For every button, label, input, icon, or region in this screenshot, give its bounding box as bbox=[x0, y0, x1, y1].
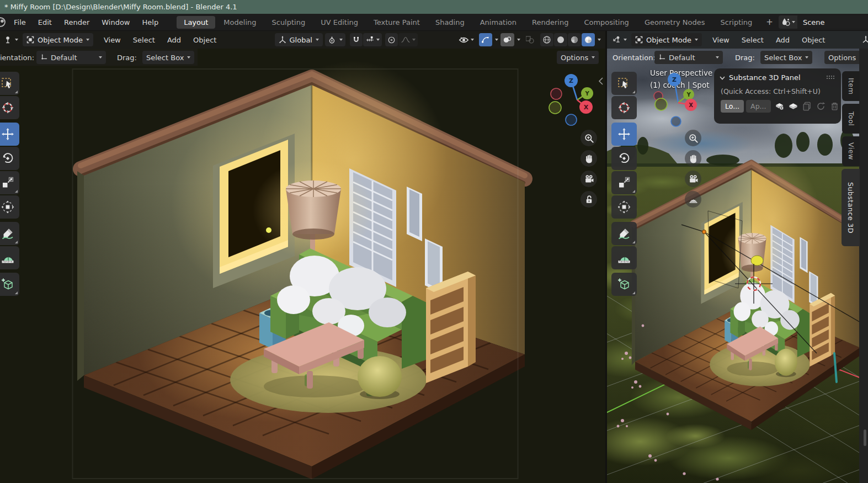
apply-material-button[interactable] bbox=[773, 100, 786, 113]
viewport-menu-object[interactable]: Object bbox=[796, 36, 831, 44]
tool-add-cube[interactable] bbox=[0, 273, 19, 296]
camera-view-button[interactable] bbox=[685, 171, 701, 187]
workspace-tab-geometry-nodes[interactable]: Geometry Nodes bbox=[637, 16, 712, 29]
panel-collapse-icon[interactable] bbox=[720, 76, 725, 80]
workspace-tab-texture-paint[interactable]: Texture Paint bbox=[366, 16, 427, 29]
transform-orientation[interactable]: Global bbox=[275, 33, 323, 46]
viewport-menu-view[interactable]: View bbox=[706, 36, 736, 44]
proportional-edit-toggle[interactable] bbox=[385, 33, 398, 46]
blender-logo-icon[interactable] bbox=[0, 16, 8, 28]
gizmos-toggle[interactable] bbox=[479, 33, 492, 46]
point-light[interactable] bbox=[266, 227, 271, 233]
tool-move[interactable] bbox=[611, 123, 637, 146]
pan-button[interactable] bbox=[581, 150, 597, 167]
panel-drag-handle[interactable] bbox=[827, 76, 835, 80]
options-dropdown[interactable]: Options bbox=[557, 51, 599, 64]
drag-dropdown[interactable]: Select Box bbox=[142, 51, 194, 64]
viewport-menu-add[interactable]: Add bbox=[770, 36, 796, 44]
visibility-dropdown[interactable] bbox=[456, 33, 476, 46]
lock-button[interactable] bbox=[581, 191, 597, 208]
tool-scale[interactable] bbox=[0, 171, 19, 194]
shading-rendered-button[interactable] bbox=[582, 33, 595, 46]
mode-selector[interactable]: Object Mode bbox=[631, 33, 702, 46]
viewport-divider[interactable] bbox=[605, 31, 607, 483]
workspace-tab-modeling[interactable]: Modeling bbox=[216, 16, 263, 29]
axis-negz[interactable] bbox=[671, 116, 681, 126]
axis-negy[interactable] bbox=[655, 98, 667, 110]
shading-dropdown[interactable] bbox=[595, 33, 603, 46]
viewport-left-3d-scene[interactable]: Z Y X bbox=[0, 49, 605, 483]
snap-toggle-button[interactable] bbox=[350, 33, 363, 46]
menu-window[interactable]: Window bbox=[95, 18, 136, 26]
snap-settings-button[interactable] bbox=[363, 33, 382, 46]
menu-help[interactable]: Help bbox=[136, 18, 165, 26]
viewport-menu-select[interactable]: Select bbox=[127, 36, 161, 44]
tool-annotate[interactable] bbox=[611, 222, 637, 245]
editor-type-button[interactable] bbox=[610, 33, 629, 46]
material-button[interactable] bbox=[787, 100, 800, 113]
workspace-tab-sculpting[interactable]: Sculpting bbox=[264, 16, 312, 29]
axis-negy[interactable] bbox=[549, 102, 561, 114]
viewport-menu-object[interactable]: Object bbox=[187, 36, 222, 44]
shading-wireframe-button[interactable] bbox=[540, 33, 553, 46]
editor-type-button[interactable] bbox=[2, 33, 20, 46]
orientation-dropdown[interactable]: Default bbox=[654, 51, 723, 64]
workspace-tab-layout[interactable]: Layout bbox=[177, 16, 215, 29]
zoom-button[interactable] bbox=[581, 130, 597, 146]
tool-transform[interactable] bbox=[0, 195, 19, 219]
drag-dropdown[interactable]: Select Box bbox=[760, 51, 812, 64]
transform-orientation[interactable] bbox=[861, 35, 868, 44]
gizmos-dropdown[interactable] bbox=[493, 33, 500, 46]
sidebar-tab-substance-3d[interactable]: Substance 3D bbox=[842, 169, 860, 246]
tool-scale[interactable] bbox=[611, 171, 637, 194]
falloff-dropdown[interactable] bbox=[398, 33, 418, 46]
workspace-tab-rendering[interactable]: Rendering bbox=[525, 16, 576, 29]
viewport-menu-view[interactable]: View bbox=[98, 36, 127, 44]
viewport-menu-select[interactable]: Select bbox=[736, 36, 770, 44]
ortho-toggle-button[interactable] bbox=[685, 191, 701, 208]
tool-cursor[interactable] bbox=[0, 96, 19, 119]
sidebar-tab-tool[interactable]: Tool bbox=[842, 104, 860, 134]
workspace-tab-shading[interactable]: Shading bbox=[428, 16, 472, 29]
zoom-button[interactable] bbox=[685, 130, 701, 146]
tool-select-box[interactable] bbox=[0, 72, 19, 95]
xray-toggle[interactable] bbox=[524, 33, 537, 46]
light-origin[interactable] bbox=[702, 230, 706, 234]
tool-move[interactable] bbox=[0, 123, 19, 146]
tool-transform[interactable] bbox=[611, 195, 637, 219]
overlays-dropdown[interactable] bbox=[515, 33, 523, 46]
pivot-point-button[interactable] bbox=[325, 33, 345, 46]
workspace-tab-compositing[interactable]: Compositing bbox=[577, 16, 636, 29]
tool-measure[interactable] bbox=[611, 246, 637, 269]
overlays-toggle[interactable] bbox=[500, 33, 514, 46]
refresh-button[interactable] bbox=[814, 100, 827, 113]
mode-selector[interactable]: Object Mode bbox=[23, 33, 93, 46]
workspace-tab-scripting[interactable]: Scripting bbox=[713, 16, 760, 29]
scrollbar[interactable] bbox=[864, 429, 866, 446]
tool-measure[interactable] bbox=[0, 246, 19, 269]
tool-annotate[interactable] bbox=[0, 222, 19, 245]
axis-negx[interactable] bbox=[551, 88, 562, 99]
workspace-tab-uv-editing[interactable]: UV Editing bbox=[313, 16, 365, 29]
tool-rotate[interactable] bbox=[0, 147, 19, 170]
duplicate-button[interactable] bbox=[801, 100, 813, 113]
shading-solid-button[interactable] bbox=[554, 33, 567, 46]
camera-view-button[interactable] bbox=[581, 171, 597, 187]
tool-rotate[interactable] bbox=[611, 147, 637, 170]
apply-button[interactable]: Ap... bbox=[746, 100, 770, 113]
trash-button[interactable] bbox=[828, 100, 841, 113]
viewport-menu-add[interactable]: Add bbox=[161, 36, 187, 44]
sidebar-tab-item[interactable]: Item bbox=[842, 71, 860, 101]
load-button[interactable]: Lo... bbox=[721, 100, 744, 113]
tool-cursor[interactable] bbox=[611, 96, 637, 119]
tool-add-cube[interactable] bbox=[611, 273, 637, 296]
scene-name-field[interactable]: Scene bbox=[797, 15, 868, 29]
menu-edit[interactable]: Edit bbox=[32, 18, 58, 26]
workspace-tab-animation[interactable]: Animation bbox=[473, 16, 524, 29]
sidebar-tab-view[interactable]: View bbox=[842, 136, 860, 166]
pan-button[interactable] bbox=[685, 150, 701, 167]
orientation-dropdown[interactable]: Default bbox=[36, 51, 106, 64]
menu-render[interactable]: Render bbox=[58, 18, 95, 26]
add-workspace-button[interactable]: + bbox=[760, 16, 779, 28]
scene-browse-button[interactable] bbox=[779, 15, 797, 29]
